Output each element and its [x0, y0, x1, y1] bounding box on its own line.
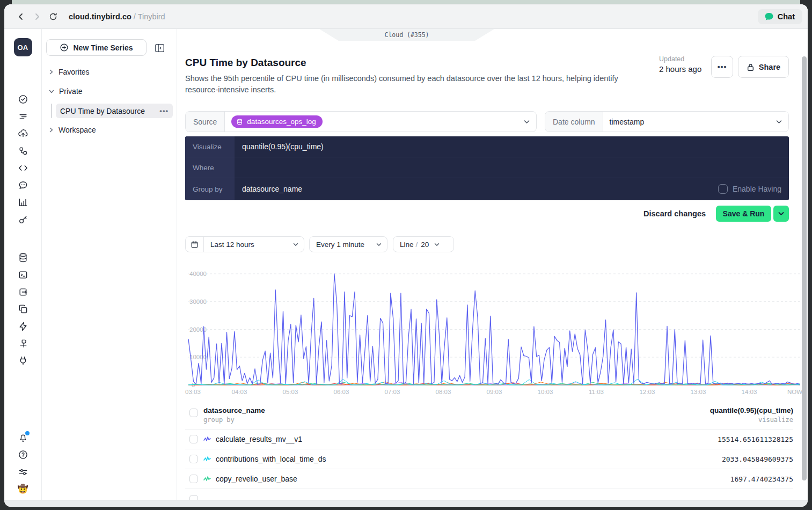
back-icon[interactable]: [13, 9, 29, 25]
sidebar-item-favorites[interactable]: Favorites: [42, 65, 90, 78]
save-options-chevron-button[interactable]: [773, 206, 789, 222]
interval-select[interactable]: Every 1 minute: [309, 236, 387, 252]
chevron-down-icon: [49, 89, 54, 94]
sidebar: New Time Series Favorites Private CPU Ti…: [42, 29, 177, 500]
visualize-row[interactable]: Visualize quantile(0.95)(cpu_time): [185, 136, 789, 157]
filter-lines-icon[interactable]: [18, 111, 28, 122]
share-label: Share: [759, 63, 780, 71]
collapse-panel-icon[interactable]: [153, 42, 166, 54]
row-checkbox[interactable]: [189, 455, 198, 463]
series-sparkline-icon: [203, 476, 211, 482]
svg-text:03:03: 03:03: [185, 389, 201, 395]
time-range-select[interactable]: Last 12 hours: [185, 236, 304, 252]
url-path: / Tinybird: [131, 12, 165, 21]
plug-icon[interactable]: [18, 355, 28, 366]
notifications-bell-icon[interactable]: [18, 432, 28, 443]
chevron-right-icon: [49, 69, 54, 75]
code-icon[interactable]: [18, 163, 28, 173]
terminal-icon[interactable]: [18, 269, 28, 280]
sink-icon[interactable]: [18, 338, 28, 349]
table-row[interactable]: copy_revelio_user_base 1697.4740234375: [185, 469, 793, 489]
browser-bar: cloud.tinybird.co / Tinybird Chat: [4, 4, 808, 29]
schema-nodes-icon[interactable]: [18, 145, 28, 156]
chat-label: Chat: [778, 12, 795, 21]
quantile-value: 15514.651611328125: [718, 435, 793, 443]
copy-icon[interactable]: [18, 304, 28, 315]
badge-check-icon[interactable]: [18, 94, 28, 105]
chart-type-value: Line: [393, 241, 414, 249]
column-header-name: datasource_name: [203, 406, 265, 414]
file-export-icon[interactable]: [18, 287, 28, 297]
chevron-down-icon: [434, 243, 445, 246]
chevron-down-icon: [524, 112, 536, 132]
svg-text:06:03: 06:03: [334, 389, 349, 395]
workspace-avatar[interactable]: OA: [14, 38, 32, 56]
groupby-value[interactable]: datasource_name: [235, 178, 789, 200]
row-checkbox[interactable]: [189, 495, 198, 500]
sidebar-item-cpu-time-by-datasource[interactable]: CPU Time by Datasource •••: [56, 104, 173, 118]
cowboy-emoji-icon[interactable]: 🤠: [18, 484, 28, 494]
having-checkbox[interactable]: [718, 184, 728, 194]
svg-text:10:03: 10:03: [538, 389, 553, 395]
discard-changes-button[interactable]: Discard changes: [643, 209, 706, 218]
chevron-right-icon: [49, 127, 54, 133]
datasource-name: calculate_results_mv__v1: [216, 435, 302, 443]
time-series-chart[interactable]: 01000020000300004000003:0304:0305:0306:0…: [185, 266, 803, 398]
sidebar-item-private[interactable]: Private: [42, 85, 83, 98]
enable-having-toggle[interactable]: Enable Having: [718, 178, 781, 200]
source-pill: datasources_ops_log: [231, 115, 322, 128]
forward-icon[interactable]: [29, 9, 45, 25]
more-dots-icon[interactable]: •••: [159, 107, 169, 115]
chevron-down-icon: [776, 112, 788, 132]
groupby-row[interactable]: Group by datasource_name Enable Having: [185, 178, 789, 200]
new-time-series-label: New Time Series: [73, 43, 133, 52]
chart-type-select[interactable]: Line / 20: [393, 236, 454, 252]
table-row[interactable]: contributions_with_local_time_ds 2033.04…: [185, 449, 793, 469]
row-checkbox[interactable]: [189, 435, 198, 443]
cloud-upload-icon[interactable]: [18, 128, 28, 139]
bar-chart-icon[interactable]: [18, 197, 28, 208]
save-and-run-button[interactable]: Save & Run: [716, 206, 771, 222]
app-window: cloud.tinybird.co / Tinybird Chat OA: [4, 4, 808, 507]
source-select[interactable]: Source datasources_ops_log: [185, 111, 537, 132]
date-column-select[interactable]: Date column timestamp: [545, 111, 789, 132]
settings-sliders-icon[interactable]: [18, 467, 28, 477]
date-column-label: Date column: [545, 112, 603, 132]
plus-circle-icon: [60, 43, 69, 52]
table-row-partial[interactable]: [185, 489, 793, 500]
svg-text:14:03: 14:03: [742, 389, 757, 395]
tree-guide-line: [51, 104, 52, 118]
url-bar[interactable]: cloud.tinybird.co / Tinybird: [69, 12, 165, 21]
interval-value: Every 1 minute: [310, 241, 376, 249]
updated-value: 2 hours ago: [659, 64, 701, 74]
chart-canvas[interactable]: 01000020000300004000003:0304:0305:0306:0…: [185, 266, 803, 398]
source-pill-label: datasources_ops_log: [247, 118, 316, 126]
where-value[interactable]: [235, 157, 789, 178]
chat-feedback-icon[interactable]: [18, 180, 28, 191]
key-icon[interactable]: [18, 214, 28, 225]
chat-button[interactable]: Chat: [758, 9, 802, 24]
quantile-value: 1697.4740234375: [730, 475, 793, 483]
where-row[interactable]: Where: [185, 157, 789, 178]
new-time-series-button[interactable]: New Time Series: [46, 39, 147, 56]
chart-type-separator: /: [414, 241, 420, 249]
date-column-value: timestamp: [610, 118, 645, 126]
page-title: CPU Time by Datasource: [185, 57, 306, 69]
refresh-icon[interactable]: [45, 9, 61, 25]
sidebar-item-workspace[interactable]: Workspace: [42, 123, 96, 136]
more-options-button[interactable]: •••: [711, 56, 733, 78]
help-icon[interactable]: [18, 449, 28, 460]
tab-cloud[interactable]: Cloud (#355): [319, 29, 494, 41]
row-checkbox[interactable]: [189, 475, 198, 483]
share-button[interactable]: Share: [738, 56, 789, 78]
select-all-checkbox[interactable]: [189, 409, 198, 417]
bolt-icon[interactable]: [18, 321, 28, 332]
datasource-icon[interactable]: [18, 252, 28, 263]
svg-text:04:03: 04:03: [232, 389, 247, 395]
visualize-value[interactable]: quantile(0.95)(cpu_time): [235, 136, 789, 157]
lock-icon: [747, 63, 755, 71]
column-header-value: quantile(0.95)(cpu_time): [710, 406, 793, 414]
source-label: Source: [186, 112, 225, 132]
table-row[interactable]: calculate_results_mv__v1 15514.651611328…: [185, 429, 793, 449]
main-content: Cloud (#355) CPU Time by Datasource Show…: [177, 29, 808, 500]
